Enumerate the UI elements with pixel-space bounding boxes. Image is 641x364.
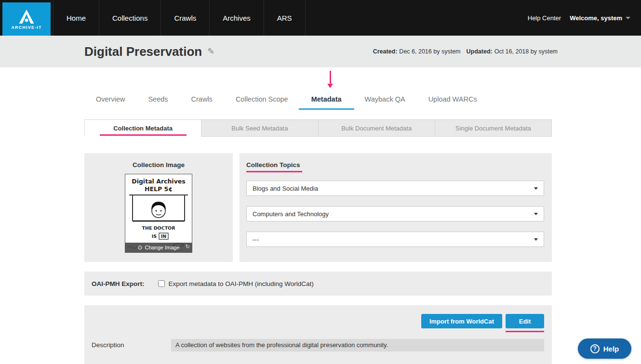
metadata-subtabs: Collection Metadata Bulk Seed Metadata B…	[84, 119, 552, 137]
subtab-collection-metadata-label: Collection Metadata	[113, 125, 173, 132]
user-menu[interactable]: Welcome, system	[570, 14, 630, 22]
description-buttons: Import from WorldCat Edit	[84, 314, 552, 328]
annotation-arrow	[327, 71, 333, 88]
subtab-collection-metadata[interactable]: Collection Metadata	[84, 119, 201, 137]
tab-collection-scope[interactable]: Collection Scope	[224, 95, 300, 110]
nav-item-crawls[interactable]: Crawls	[161, 0, 210, 36]
description-value: A collection of websites from the profes…	[171, 339, 544, 351]
topic-select-1-value: Blogs and Social Media	[253, 185, 318, 192]
question-mark-icon: ?	[590, 344, 600, 353]
topic-select-2[interactable]: Computers and Technology	[246, 206, 544, 221]
topic-select-3[interactable]: ---	[246, 232, 544, 247]
oai-pmh-checkbox[interactable]	[158, 280, 165, 287]
nav-item-collections[interactable]: Collections	[99, 0, 161, 36]
change-image-label: Change Image	[145, 245, 179, 250]
tab-crawls[interactable]: Crawls	[180, 95, 224, 110]
import-from-worldcat-button[interactable]: Import from WorldCat	[421, 314, 502, 328]
subtab-bulk-document-metadata[interactable]: Bulk Document Metadata	[318, 119, 435, 137]
collection-topics-heading: Collection Topics	[246, 161, 300, 169]
nav-item-home[interactable]: Home	[53, 0, 99, 36]
edit-button[interactable]: Edit	[506, 314, 544, 328]
oai-pmh-checkbox-label: Export metadata to OAI-PMH (including Wo…	[169, 280, 314, 287]
created-label: Created:	[373, 48, 398, 55]
collection-meta: Created:Dec 6, 2016 by systemUpdated:Oct…	[373, 48, 641, 55]
oai-pmh-export-label: OAI-PMH Export:	[92, 280, 145, 287]
collection-topics-panel: Collection Topics Blogs and Social Media…	[240, 153, 552, 262]
top-nav: ARCHIVE-IT Home Collections Crawls Archi…	[0, 0, 641, 36]
archive-it-logo[interactable]: ARCHIVE-IT	[2, 2, 51, 36]
svg-text:HELP 5¢: HELP 5¢	[145, 185, 173, 193]
tab-wayback-qa[interactable]: Wayback QA	[353, 95, 417, 110]
tab-overview[interactable]: Overview	[84, 95, 136, 110]
collection-image-panel: Collection Image Digital Archives HELP 5…	[84, 153, 233, 262]
collection-image: Digital Archives HELP 5¢ THE DOCTOR IS I…	[125, 174, 192, 253]
description-row: Description A collection of websites fro…	[84, 339, 552, 351]
subtab-bulk-seed-metadata[interactable]: Bulk Seed Metadata	[201, 119, 318, 137]
chevron-down-icon	[534, 238, 538, 241]
nav-item-ars[interactable]: ARS	[264, 0, 306, 36]
svg-text:Digital Archives: Digital Archives	[132, 178, 185, 185]
svg-text:IS: IS	[152, 234, 157, 239]
help-center-link[interactable]: Help Center	[528, 14, 561, 22]
description-label: Description	[92, 339, 171, 349]
tab-seeds[interactable]: Seeds	[136, 95, 179, 110]
updated-value: Oct 16, 2018 by system	[494, 48, 558, 55]
description-panel: Import from WorldCat Edit Description A …	[84, 305, 552, 364]
page-header: Digital Preservation ✎ Created:Dec 6, 20…	[0, 36, 641, 67]
collection-image-illustration: Digital Archives HELP 5¢ THE DOCTOR IS I…	[125, 174, 192, 252]
top-nav-right: Help Center Welcome, system	[528, 0, 641, 36]
page-title: Digital Preservation	[84, 44, 202, 59]
page-title-wrap: Digital Preservation ✎	[0, 44, 214, 59]
tab-metadata[interactable]: Metadata	[300, 95, 353, 110]
svg-text:IN: IN	[161, 234, 167, 239]
user-menu-label: Welcome, system	[570, 14, 622, 22]
pencil-icon[interactable]: ✎	[207, 46, 214, 57]
help-button-label: Help	[603, 345, 619, 353]
topic-select-2-value: Computers and Technology	[253, 210, 329, 218]
archive-it-a-icon	[18, 9, 35, 24]
topic-select-1[interactable]: Blogs and Social Media	[246, 181, 544, 196]
updated-label: Updated:	[467, 48, 493, 55]
edit-button-wrap: Edit	[506, 314, 544, 328]
svg-text:THE DOCTOR: THE DOCTOR	[142, 225, 175, 231]
oai-pmh-export-bar: OAI-PMH Export: Export metadata to OAI-P…	[84, 272, 552, 296]
camera-icon: ⊙	[137, 245, 142, 250]
help-button[interactable]: ? Help	[578, 338, 631, 359]
chevron-down-icon	[534, 213, 538, 215]
topic-select-3-value: ---	[253, 236, 259, 243]
annotation-underline-collection-topics	[246, 171, 302, 172]
collection-image-heading: Collection Image	[133, 161, 185, 169]
rotate-icon: ↻	[186, 244, 190, 249]
chevron-down-icon	[626, 17, 630, 19]
collection-tabs: Overview Seeds Crawls Collection Scope M…	[84, 95, 552, 110]
nav-item-archives[interactable]: Archives	[210, 0, 264, 36]
subtab-single-document-metadata[interactable]: Single Document Metadata	[435, 119, 552, 137]
main-nav: Home Collections Crawls Archives ARS	[53, 0, 306, 36]
change-image-button[interactable]: ⊙ Change Image ↻	[125, 243, 192, 252]
chevron-down-icon	[534, 187, 538, 190]
annotation-underline-edit	[506, 331, 544, 332]
created-value: Dec 6, 2016 by system	[399, 48, 460, 55]
archive-it-logo-text: ARCHIVE-IT	[11, 25, 42, 30]
metadata-panels: Collection Image Digital Archives HELP 5…	[84, 153, 552, 262]
annotation-underline-collection-metadata	[100, 134, 187, 136]
tab-upload-warcs[interactable]: Upload WARCs	[417, 95, 489, 110]
